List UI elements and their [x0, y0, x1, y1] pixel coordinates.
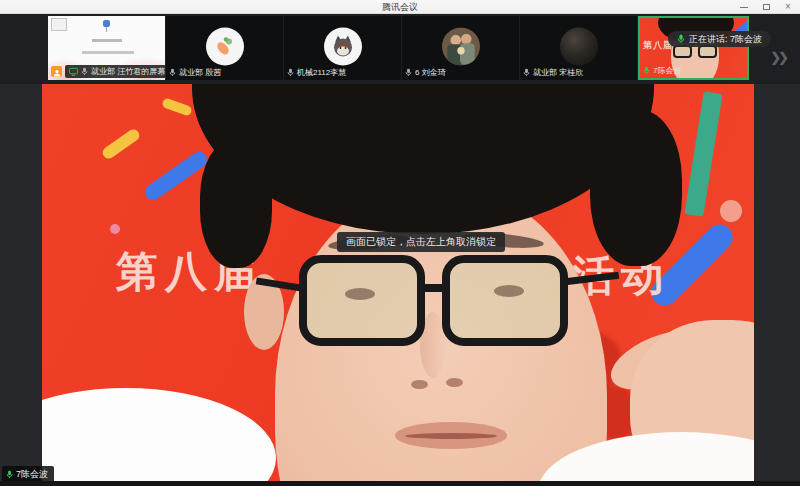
carrot-avatar: [206, 27, 244, 65]
mic-muted-icon: [287, 68, 294, 77]
glasses-lens: [442, 255, 568, 346]
thumbnail-participant[interactable]: 就业部 殷茜: [166, 16, 283, 80]
glasses-lens: [299, 255, 425, 346]
mic-muted-icon: [523, 68, 530, 77]
shared-screen-textline: [92, 39, 122, 42]
participant-label: 就业部 殷茜: [169, 67, 221, 78]
minimize-icon: [740, 7, 748, 8]
view-locked-toast: 画面已锁定，点击左上角取消锁定: [337, 232, 505, 252]
participant-name: 6 刘金琦: [415, 67, 446, 78]
participant-name: 就业部 汪竹君的屏幕共享: [91, 66, 165, 77]
eye: [494, 285, 524, 297]
thumbnail-screen-share[interactable]: 就业部 汪竹君的屏幕共享: [48, 16, 165, 80]
shared-screen-panel: [51, 18, 67, 31]
participant-filmstrip: 就业部 汪竹君的屏幕共享 就业部 殷茜: [0, 14, 800, 84]
title-bar: 腾讯会议 ×: [0, 0, 800, 14]
participant-label: 6 刘金琦: [405, 67, 446, 78]
screen-share-icon: [69, 67, 78, 76]
deco-yellow-ribbon: [100, 127, 141, 161]
meeting-window: 腾讯会议 ×: [0, 0, 800, 486]
participant-name: 就业部 宋桂欣: [533, 67, 583, 78]
minimize-button[interactable]: [738, 1, 750, 13]
maximize-icon: [763, 4, 770, 10]
shared-screen-textline: [82, 51, 134, 54]
thumbnail-participant[interactable]: 机械2112李慧: [284, 16, 401, 80]
deco-yellow-ribbon: [161, 97, 193, 117]
participant-name: 机械2112李慧: [297, 67, 346, 78]
nostril: [411, 380, 428, 389]
thumbnail-row: 就业部 汪竹君的屏幕共享 就业部 殷茜: [48, 16, 749, 80]
participant-label: 7陈会波: [643, 65, 681, 76]
close-button[interactable]: ×: [782, 1, 794, 13]
main-stage: 第八届 活动 画: [0, 84, 800, 486]
thumbnail-participant[interactable]: 6 刘金琦: [402, 16, 519, 80]
speaking-indicator-text: 正在讲话: 7陈会波: [689, 33, 762, 46]
participant-label: 就业部 汪竹君的屏幕共享: [51, 65, 165, 78]
deco-teal-bar: [684, 91, 722, 216]
more-participants-arrow-icon[interactable]: ❯❯: [770, 50, 786, 65]
shared-screen-logo-stem: [106, 27, 107, 32]
main-video-name: 7陈会波: [16, 468, 48, 481]
participant-name-pill: 就业部 汪竹君的屏幕共享: [65, 65, 165, 78]
deco-pink-dot: [720, 200, 742, 222]
window-controls: ×: [738, 0, 794, 14]
thumbnail-participant[interactable]: 就业部 宋桂欣: [520, 16, 637, 80]
main-video[interactable]: 第八届 活动: [42, 84, 754, 481]
nostril: [446, 378, 463, 387]
clothing: [42, 388, 276, 481]
thumbnail-active-speaker[interactable]: 第八届 7陈会波: [638, 16, 749, 80]
window-title: 腾讯会议: [0, 1, 800, 14]
participant-label: 就业部 宋桂欣: [523, 67, 583, 78]
maximize-button[interactable]: [760, 1, 772, 13]
glasses-bridge: [423, 284, 444, 292]
eye: [345, 288, 375, 300]
mic-active-icon: [6, 470, 13, 479]
deco-pink-dot: [110, 224, 120, 234]
presenter-icon: [51, 66, 62, 77]
dark-photo-avatar: [560, 27, 598, 65]
cat-avatar: [324, 27, 362, 65]
close-icon: ×: [785, 2, 791, 12]
window-bottom-edge: [0, 481, 800, 486]
mic-muted-icon: [405, 68, 412, 77]
shared-screen-logo: [103, 20, 110, 27]
mic-active-icon: [643, 66, 650, 75]
mic-muted-icon: [169, 68, 176, 77]
photo-avatar: [442, 27, 480, 65]
participant-label: 机械2112李慧: [287, 67, 346, 78]
lip-line: [405, 433, 497, 439]
speaking-indicator-toast: 正在讲话: 7陈会波: [668, 31, 771, 47]
participant-name: 就业部 殷茜: [179, 67, 221, 78]
mic-active-icon: [677, 34, 685, 44]
participant-name: 7陈会波: [653, 65, 681, 76]
mic-muted-icon: [81, 67, 88, 76]
